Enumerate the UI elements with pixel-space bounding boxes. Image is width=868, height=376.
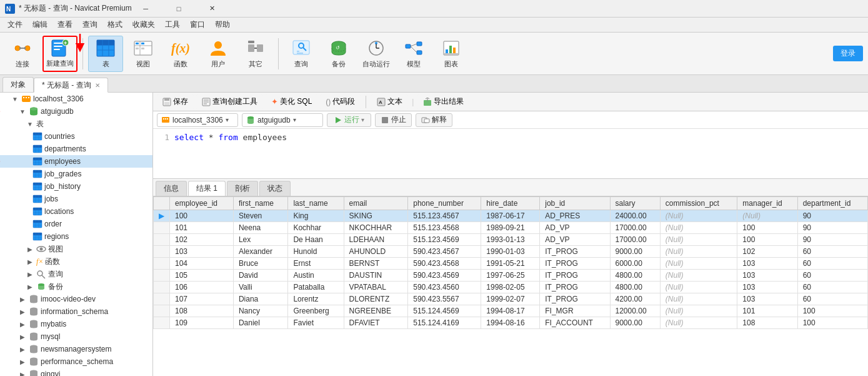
- col-manager[interactable]: manager_id: [737, 197, 797, 210]
- sidebar-item-countries[interactable]: countries: [0, 130, 152, 143]
- stop-button[interactable]: 停止: [375, 113, 412, 127]
- menu-format[interactable]: 格式: [102, 18, 127, 33]
- sidebar-item-atguigudb[interactable]: ▼ atguigudb: [0, 105, 152, 118]
- table-row[interactable]: 105DavidAustinDAUSTIN590.423.45691997-06…: [154, 270, 868, 282]
- col-hire-date[interactable]: hire_date: [481, 197, 540, 210]
- connect-button[interactable]: 连接: [5, 36, 40, 72]
- col-job-id[interactable]: job_id: [540, 197, 610, 210]
- data-table-container[interactable]: employee_id first_name last_name email p…: [153, 196, 868, 376]
- sidebar-item-functions-group[interactable]: ▶ f× 函数: [0, 255, 152, 268]
- minimize-button[interactable]: ─: [132, 0, 160, 18]
- menu-tools[interactable]: 工具: [160, 18, 185, 33]
- query-tab[interactable]: * 无标题 - 查询 ✕: [34, 78, 108, 93]
- sql-content[interactable]: select * from employees: [174, 131, 866, 176]
- table-row[interactable]: 104BruceErnstBERNST590.423.45681991-05-2…: [154, 258, 868, 270]
- connection-select[interactable]: localhost_3306 ▾: [157, 113, 238, 127]
- sidebar-item-backup-group[interactable]: ▶ 备份: [0, 280, 152, 293]
- sidebar-item-order[interactable]: order: [0, 218, 152, 230]
- sidebar-item-departments[interactable]: departments: [0, 143, 152, 155]
- sql-editor[interactable]: 1 select * from employees: [153, 129, 868, 179]
- login-button[interactable]: 登录: [833, 46, 863, 61]
- sidebar-item-perf-schema[interactable]: ▶ performance_schema: [0, 355, 152, 368]
- sidebar-item-localhost[interactable]: ▼ localhost_3306: [0, 93, 152, 105]
- col-first-name[interactable]: first_name: [233, 197, 288, 210]
- cell-hire_date: 1990-01-03: [481, 246, 540, 258]
- export-button[interactable]: 导出结果: [417, 94, 469, 109]
- cell-salary: 24000.00: [610, 210, 660, 222]
- menu-file[interactable]: 文件: [2, 18, 27, 33]
- query-creator-button[interactable]: 查询创建工具: [196, 94, 263, 109]
- cell-last_name: Greenberg: [288, 305, 344, 317]
- sidebar-item-queries-group[interactable]: ▶ 查询: [0, 268, 152, 280]
- svg-rect-96: [33, 208, 42, 210]
- sidebar-item-locations[interactable]: locations: [0, 205, 152, 218]
- table-row[interactable]: 108NancyGreenbergNGREENBE515.124.4569199…: [154, 305, 868, 317]
- view-button[interactable]: 视图: [126, 36, 161, 72]
- arrow-atguigudb: [0, 106, 2, 116]
- col-salary[interactable]: salary: [610, 197, 660, 210]
- sidebar-item-regions[interactable]: regions: [0, 230, 152, 243]
- query-button[interactable]: 查询: [284, 36, 319, 72]
- save-button[interactable]: 保存: [157, 94, 194, 109]
- object-tab[interactable]: 对象: [2, 77, 34, 92]
- table-row[interactable]: 107DianaLorentzDLORENTZ590.423.55671999-…: [154, 293, 868, 305]
- sidebar-item-mybatis[interactable]: ▶ mybatis: [0, 318, 152, 330]
- beautify-button[interactable]: ✦ 美化 SQL: [266, 94, 317, 109]
- cell-manager_id: 103: [737, 258, 797, 270]
- autorun-button[interactable]: 自动运行: [359, 36, 394, 72]
- result1-tab[interactable]: 结果 1: [188, 181, 226, 196]
- sidebar-item-job-history[interactable]: job_history: [0, 180, 152, 193]
- other-button[interactable]: 其它: [238, 36, 273, 72]
- close-button[interactable]: ✕: [198, 0, 226, 18]
- table-button[interactable]: 表: [88, 36, 123, 72]
- sidebar-item-info-schema[interactable]: ▶ information_schema: [0, 305, 152, 318]
- col-department[interactable]: department_id: [797, 197, 867, 210]
- departments-label: departments: [44, 145, 86, 153]
- sidebar-item-newsmgr[interactable]: ▶ newsmanagersystem: [0, 343, 152, 355]
- user-button[interactable]: 用户: [201, 36, 236, 72]
- sidebar-item-mysql[interactable]: ▶ mysql: [0, 330, 152, 343]
- sidebar-item-qingyi[interactable]: ▶ qingyi: [0, 368, 152, 376]
- query-tab-close[interactable]: ✕: [95, 82, 100, 89]
- menu-edit[interactable]: 编辑: [27, 18, 52, 33]
- maximize-button[interactable]: □: [165, 0, 193, 18]
- status-tab[interactable]: 状态: [259, 181, 291, 196]
- sidebar-item-employees[interactable]: employees: [0, 155, 152, 168]
- text-button[interactable]: A 文本: [371, 94, 408, 109]
- sidebar-item-imooc[interactable]: ▶ imooc-video-dev: [0, 293, 152, 305]
- cell-job_id: IT_PROG: [540, 246, 610, 258]
- code-segment-button[interactable]: () 代码段: [320, 94, 361, 109]
- sidebar-item-tables-group[interactable]: ▼ 表: [0, 118, 152, 130]
- svg-rect-78: [33, 170, 42, 173]
- menu-favorites[interactable]: 收藏夹: [127, 18, 160, 33]
- col-phone[interactable]: phone_number: [408, 197, 481, 210]
- col-employee-id[interactable]: employee_id: [170, 197, 234, 210]
- menu-view[interactable]: 查看: [52, 18, 77, 33]
- table-row[interactable]: ▶100StevenKingSKING515.123.45671987-06-1…: [154, 210, 868, 222]
- explain-button[interactable]: 解释: [416, 113, 452, 127]
- menu-window[interactable]: 窗口: [185, 18, 210, 33]
- table-row[interactable]: 101NeenaKochharNKOCHHAR515.123.45681989-…: [154, 222, 868, 234]
- table-row[interactable]: 109DanielFavietDFAVIET515.124.41691994-0…: [154, 317, 868, 329]
- col-email[interactable]: email: [344, 197, 408, 210]
- info-tab[interactable]: 信息: [156, 181, 187, 196]
- menu-query[interactable]: 查询: [77, 18, 102, 33]
- backup-button[interactable]: ↺ 备份: [321, 36, 356, 72]
- function-button[interactable]: f(x) 函数: [163, 36, 198, 72]
- table-row[interactable]: 106ValliPataballaVPATABAL590.423.4560199…: [154, 282, 868, 293]
- chart-button[interactable]: 图表: [434, 36, 469, 72]
- run-button[interactable]: 运行 ▾: [327, 113, 371, 127]
- sidebar-item-jobs[interactable]: jobs: [0, 193, 152, 205]
- model-button[interactable]: 模型: [396, 36, 431, 72]
- analysis-tab[interactable]: 剖析: [227, 181, 258, 196]
- sidebar-item-views-group[interactable]: ▶ 视图: [0, 243, 152, 255]
- table-row[interactable]: 102LexDe HaanLDEHAAN515.123.45691993-01-…: [154, 234, 868, 246]
- new-query-button[interactable]: + 新建查询: [42, 36, 77, 72]
- col-last-name[interactable]: last_name: [288, 197, 344, 210]
- col-commission[interactable]: commission_pct: [660, 197, 737, 210]
- order-label: order: [44, 220, 62, 228]
- sidebar-item-job-grades[interactable]: job_grades: [0, 168, 152, 180]
- menu-help[interactable]: 帮助: [210, 18, 235, 33]
- database-select[interactable]: atguigudb ▾: [242, 113, 323, 127]
- table-row[interactable]: 103AlexanderHunoldAHUNOLD590.423.4567199…: [154, 246, 868, 258]
